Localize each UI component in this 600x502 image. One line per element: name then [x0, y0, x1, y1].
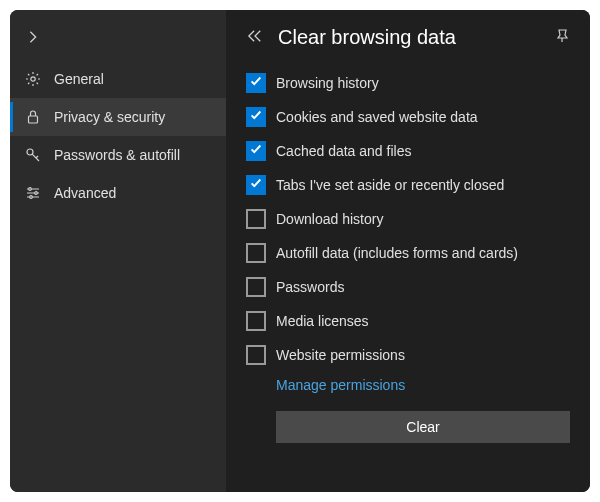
settings-window: General Privacy & security Passwords & a… [10, 10, 590, 492]
checkbox-media-licenses[interactable]: Media licenses [246, 307, 570, 335]
svg-point-3 [29, 188, 32, 191]
checkbox-input[interactable] [246, 141, 266, 161]
double-chevron-left-icon [246, 29, 264, 47]
pin-icon [554, 30, 570, 47]
checkbox-input[interactable] [246, 175, 266, 195]
checkbox-tabs-set-aside[interactable]: Tabs I've set aside or recently closed [246, 171, 570, 199]
checkbox-input[interactable] [246, 73, 266, 93]
sidebar-expand-button[interactable] [10, 18, 226, 60]
svg-point-5 [30, 196, 33, 199]
checkbox-input[interactable] [246, 107, 266, 127]
checkbox-cached-data[interactable]: Cached data and files [246, 137, 570, 165]
sidebar-item-label: General [54, 71, 104, 87]
checkmark-icon [249, 176, 263, 194]
checkbox-label: Cached data and files [276, 143, 411, 159]
sidebar-item-passwords-autofill[interactable]: Passwords & autofill [10, 136, 226, 174]
checkbox-cookies[interactable]: Cookies and saved website data [246, 103, 570, 131]
sidebar-item-label: Passwords & autofill [54, 147, 180, 163]
checkbox-label: Cookies and saved website data [276, 109, 478, 125]
checkbox-website-permissions[interactable]: Website permissions [246, 341, 570, 369]
svg-rect-1 [29, 116, 38, 123]
checkbox-input[interactable] [246, 277, 266, 297]
sidebar-item-advanced[interactable]: Advanced [10, 174, 226, 212]
checkbox-label: Media licenses [276, 313, 369, 329]
checkbox-download-history[interactable]: Download history [246, 205, 570, 233]
sidebar: General Privacy & security Passwords & a… [10, 10, 226, 492]
checkbox-label: Passwords [276, 279, 344, 295]
checkbox-input[interactable] [246, 243, 266, 263]
sidebar-item-general[interactable]: General [10, 60, 226, 98]
gear-icon [24, 70, 42, 88]
chevron-right-icon [26, 30, 40, 47]
checkmark-icon [249, 108, 263, 126]
checkbox-label: Browsing history [276, 75, 379, 91]
checkbox-input[interactable] [246, 209, 266, 229]
checkbox-input[interactable] [246, 311, 266, 331]
checkbox-passwords[interactable]: Passwords [246, 273, 570, 301]
checkmark-icon [249, 74, 263, 92]
svg-point-2 [27, 149, 33, 155]
manage-permissions-link[interactable]: Manage permissions [276, 377, 570, 393]
checkmark-icon [249, 142, 263, 160]
checkbox-browsing-history[interactable]: Browsing history [246, 69, 570, 97]
key-icon [24, 146, 42, 164]
checkbox-label: Download history [276, 211, 383, 227]
sidebar-item-label: Privacy & security [54, 109, 165, 125]
checkbox-label: Autofill data (includes forms and cards) [276, 245, 518, 261]
checkbox-list: Browsing history Cookies and saved websi… [246, 69, 570, 443]
page-title: Clear browsing data [278, 26, 456, 49]
checkbox-label: Website permissions [276, 347, 405, 363]
svg-point-0 [31, 77, 35, 81]
checkbox-label: Tabs I've set aside or recently closed [276, 177, 504, 193]
svg-point-4 [35, 192, 38, 195]
back-button[interactable] [246, 29, 264, 47]
lock-icon [24, 108, 42, 126]
clear-button[interactable]: Clear [276, 411, 570, 443]
pin-button[interactable] [554, 28, 570, 48]
content-panel: Clear browsing data Browsing history Coo… [226, 10, 590, 492]
checkbox-autofill-data[interactable]: Autofill data (includes forms and cards) [246, 239, 570, 267]
sidebar-item-label: Advanced [54, 185, 116, 201]
sidebar-item-privacy-security[interactable]: Privacy & security [10, 98, 226, 136]
sliders-icon [24, 184, 42, 202]
checkbox-input[interactable] [246, 345, 266, 365]
content-header: Clear browsing data [246, 26, 570, 49]
